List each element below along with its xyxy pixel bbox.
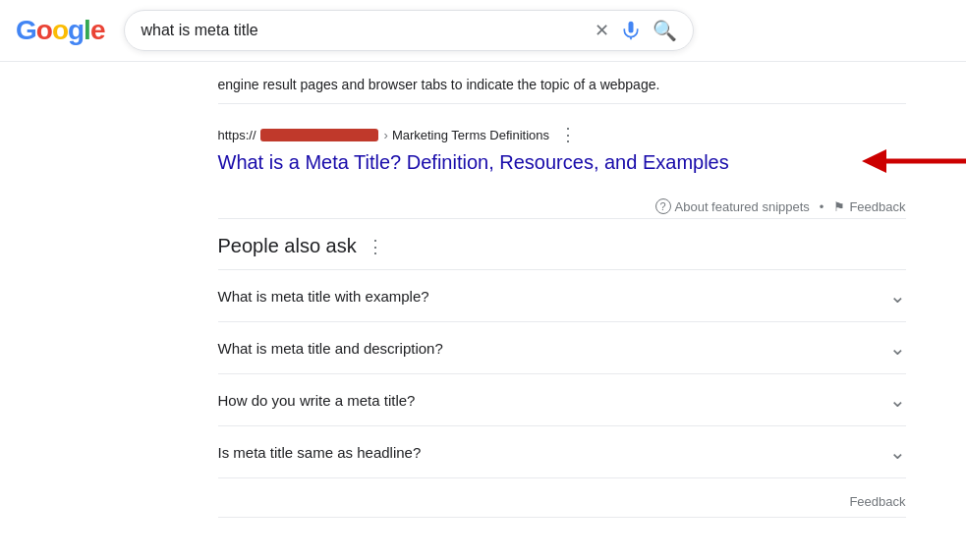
faq-item-1[interactable]: What is meta title with example? ⌄ xyxy=(218,269,906,321)
logo-o2: o xyxy=(52,15,68,46)
dot-separator: • xyxy=(820,199,824,214)
logo-g2: g xyxy=(68,15,84,46)
bottom-feedback-row: Feedback xyxy=(218,486,906,518)
result-title-link[interactable]: What is a Meta Title? Definition, Resour… xyxy=(218,149,729,175)
chevron-icon-3: ⌄ xyxy=(889,388,906,412)
faq-item-4[interactable]: Is meta title same as headline? ⌄ xyxy=(218,425,906,478)
featured-snippets-info: ? About featured snippets • ⚑ Feedback xyxy=(218,191,906,219)
chevron-icon-1: ⌄ xyxy=(889,284,906,308)
url-redacted xyxy=(260,129,378,141)
close-icon: ✕ xyxy=(595,20,609,41)
search-button[interactable]: 🔍 xyxy=(653,19,677,42)
svg-marker-0 xyxy=(862,149,886,173)
red-arrow-annotation xyxy=(857,141,967,181)
google-logo[interactable]: Google xyxy=(16,15,104,46)
paa-title: People also ask xyxy=(218,235,357,257)
more-options-icon[interactable]: ⋮ xyxy=(559,124,577,145)
breadcrumb-text: Marketing Terms Definitions xyxy=(392,128,549,142)
arrow-container: What is a Meta Title? Definition, Resour… xyxy=(218,149,906,179)
header: Google ✕ 🔍 xyxy=(0,0,966,62)
bottom-feedback-button[interactable]: Feedback xyxy=(849,494,905,509)
search-icons: ✕ 🔍 xyxy=(595,19,677,42)
search-bar: ✕ 🔍 xyxy=(124,10,694,51)
logo-o1: o xyxy=(36,15,52,46)
chevron-icon-4: ⌄ xyxy=(889,440,906,464)
flag-icon: ⚑ xyxy=(833,199,845,214)
logo-l: l xyxy=(84,15,90,46)
faq-item-2[interactable]: What is meta title and description? ⌄ xyxy=(218,321,906,373)
search-icon: 🔍 xyxy=(653,19,677,42)
faq-question-1: What is meta title with example? xyxy=(218,288,429,305)
voice-search-button[interactable] xyxy=(621,21,641,40)
logo-g: G xyxy=(16,15,36,46)
paa-header: People also ask ⋮ xyxy=(218,235,906,257)
microphone-icon xyxy=(621,21,641,40)
result-url-row: https:// › Marketing Terms Definitions ⋮ xyxy=(218,124,906,145)
breadcrumb-separator: › xyxy=(384,128,388,142)
question-mark-icon: ? xyxy=(655,198,671,214)
result-snippet: https:// › Marketing Terms Definitions ⋮… xyxy=(218,116,906,191)
partial-text-content: engine result pages and browser tabs to … xyxy=(218,77,660,92)
result-url-prefix: https:// xyxy=(218,128,256,142)
bottom-feedback-label: Feedback xyxy=(849,494,905,509)
faq-question-3: How do you write a meta title? xyxy=(218,392,416,409)
feedback-link[interactable]: ⚑ Feedback xyxy=(833,199,905,214)
chevron-icon-2: ⌄ xyxy=(889,336,906,360)
paa-menu-icon[interactable]: ⋮ xyxy=(367,236,384,257)
main-content: engine result pages and browser tabs to … xyxy=(61,62,906,518)
faq-question-4: Is meta title same as headline? xyxy=(218,444,422,461)
people-also-ask-section: People also ask ⋮ What is meta title wit… xyxy=(218,235,906,478)
logo-e: e xyxy=(90,15,105,46)
clear-button[interactable]: ✕ xyxy=(595,20,609,41)
feedback-label: Feedback xyxy=(849,199,905,214)
faq-question-2: What is meta title and description? xyxy=(218,340,443,357)
about-featured-snippets[interactable]: ? About featured snippets xyxy=(655,198,810,214)
search-input[interactable] xyxy=(141,22,595,39)
about-snippets-label: About featured snippets xyxy=(675,199,810,214)
faq-item-3[interactable]: How do you write a meta title? ⌄ xyxy=(218,373,906,425)
partial-text: engine result pages and browser tabs to … xyxy=(218,62,906,104)
